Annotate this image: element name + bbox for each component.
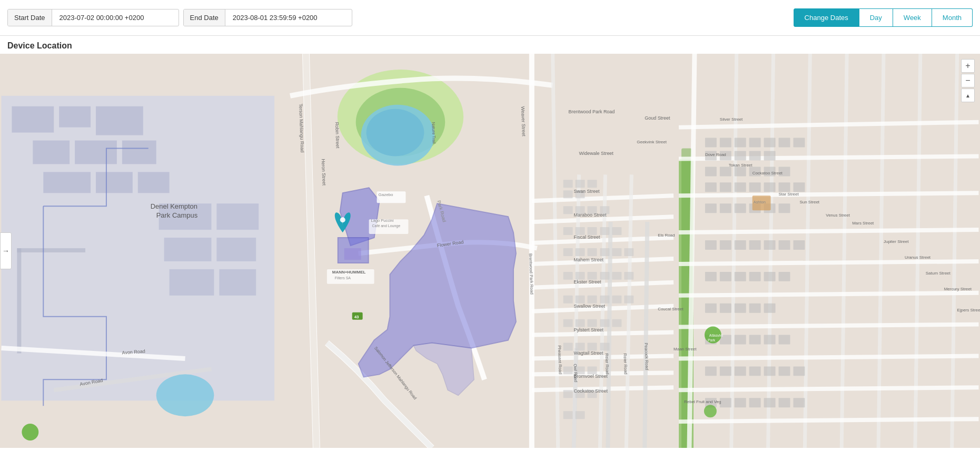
svg-point-25 [156,374,214,416]
svg-rect-143 [793,398,805,407]
svg-rect-106 [705,240,717,250]
svg-rect-136 [793,366,805,376]
svg-rect-122 [749,304,761,313]
section-title: Device Location [0,36,980,54]
map-background: Terson Mahlangu Road Heron Street Robin … [0,54,980,448]
svg-rect-150 [344,248,361,260]
svg-rect-113 [705,272,717,281]
svg-rect-36 [576,227,585,235]
svg-rect-38 [600,227,609,235]
start-date-label: Start Date [8,9,52,26]
svg-text:Pylstert Street: Pylstert Street [574,327,604,332]
svg-rect-81 [793,138,805,148]
svg-text:MANN+HUMMEL: MANN+HUMMEL [332,270,366,275]
zoom-out-button[interactable]: − [961,74,975,87]
svg-text:Heron Street: Heron Street [321,159,327,186]
svg-rect-10 [96,106,143,135]
svg-rect-51 [624,272,633,280]
svg-rect-57 [624,296,633,304]
svg-rect-102 [735,203,746,213]
svg-rect-109 [749,240,761,250]
svg-point-4 [367,109,424,156]
sidebar-toggle-button[interactable]: → [0,232,12,269]
svg-rect-85 [749,151,761,161]
svg-text:Geekvink Street: Geekvink Street [637,140,667,144]
svg-rect-31 [563,206,573,214]
svg-text:Ashton: Ashton [754,200,766,204]
svg-rect-88 [720,167,731,176]
svg-rect-56 [612,296,621,304]
week-button[interactable]: Week [893,8,932,27]
reset-north-button[interactable]: ▲ [961,89,975,102]
svg-rect-76 [720,138,731,148]
svg-rect-50 [612,272,621,280]
svg-rect-105 [779,203,790,213]
svg-text:Denel Kempton: Denel Kempton [151,202,197,210]
map-container[interactable]: Terson Mahlangu Road Heron Street Robin … [0,54,980,448]
svg-rect-86 [764,151,776,161]
svg-text:Fiscal Street: Fiscal Street [574,234,600,240]
day-button[interactable]: Day [859,8,893,27]
svg-rect-52 [563,296,573,304]
svg-rect-140 [749,398,761,407]
svg-rect-27 [576,180,585,188]
svg-rect-101 [720,203,731,213]
svg-text:Park Campus: Park Campus [156,211,198,219]
svg-point-146 [22,424,38,441]
svg-text:Park: Park [708,338,716,342]
svg-rect-63 [563,343,573,351]
svg-rect-67 [563,366,573,374]
svg-rect-18 [216,203,259,230]
svg-rect-40 [563,248,573,256]
zoom-in-button[interactable]: + [961,59,975,73]
svg-rect-23 [17,248,21,353]
svg-rect-114 [720,272,731,281]
svg-rect-8 [12,106,54,133]
svg-rect-112 [793,240,805,250]
svg-rect-126 [735,335,746,345]
svg-text:Mercury Street: Mercury Street [944,287,972,291]
svg-text:Star Street: Star Street [779,192,799,197]
svg-rect-78 [749,138,761,148]
svg-text:Bromvoel Street: Bromvoel Street [574,374,608,379]
svg-text:Wagtail Street: Wagtail Street [574,350,604,356]
svg-rect-66 [600,343,609,351]
svg-rect-74 [576,411,585,419]
svg-rect-99 [793,182,805,192]
svg-text:Coucal Street: Coucal Street [658,307,684,311]
svg-rect-100 [705,203,717,213]
svg-text:Widewale Street: Widewale Street [579,151,614,156]
svg-text:Els Road: Els Road [658,233,675,238]
month-button[interactable]: Month [932,8,973,27]
svg-rect-93 [705,182,717,192]
svg-rect-47 [576,272,585,280]
svg-rect-108 [735,240,746,250]
svg-rect-42 [588,248,597,256]
svg-text:Mahem Street: Mahem Street [574,257,604,262]
svg-text:Nature Trail: Nature Trail [431,122,436,144]
svg-rect-13 [122,141,156,164]
svg-text:Maraboo Street: Maraboo Street [574,212,607,218]
svg-rect-73 [563,411,573,419]
map-controls: + − ▲ [961,59,975,102]
svg-rect-80 [779,138,790,148]
svg-rect-28 [588,180,597,188]
svg-rect-118 [779,272,790,281]
svg-text:Gazebo: Gazebo [379,192,393,197]
svg-rect-135 [779,366,790,376]
end-date-value: 2023-08-01 23:59:59 +0200 [225,9,352,26]
svg-rect-130 [705,366,717,376]
svg-rect-54 [588,296,597,304]
svg-rect-55 [600,296,609,304]
svg-rect-141 [764,398,776,407]
svg-rect-110 [764,240,776,250]
svg-text:Pheasant Road: Pheasant Road [557,345,563,374]
svg-rect-94 [720,182,731,192]
svg-rect-11 [33,141,70,164]
svg-text:Rebel Fruit and Veg: Rebel Fruit and Veg [684,399,721,404]
svg-rect-26 [563,180,573,188]
svg-rect-87 [705,167,717,176]
svg-rect-116 [749,272,761,281]
change-dates-button[interactable]: Change Dates [794,8,859,27]
svg-text:Sun Street: Sun Street [799,200,819,204]
